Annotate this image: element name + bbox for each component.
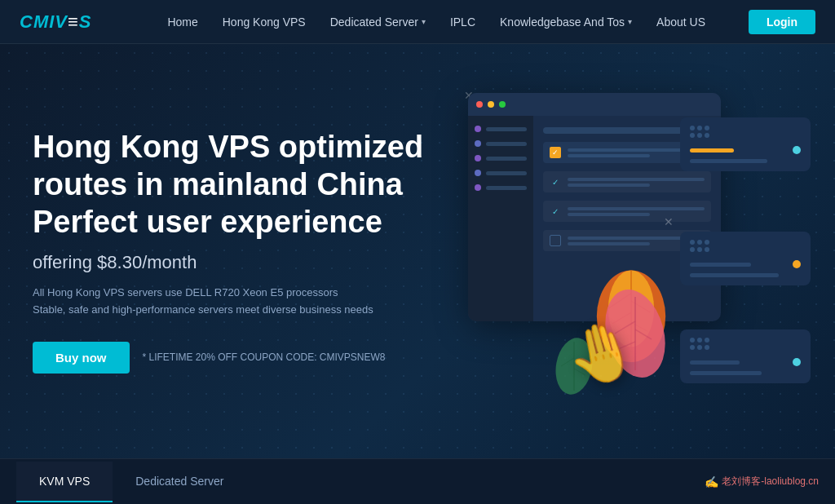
status-dot: [793, 260, 801, 268]
nav-links: Home Hong Kong VPS Dedicated Server ▾ IP…: [125, 15, 749, 29]
panel-header: [690, 338, 801, 350]
panel-row: [690, 358, 801, 366]
panel-header: [690, 240, 801, 252]
server-panel-2: [680, 232, 811, 285]
hero-title: Hong Kong VPS optimized routes in mainla…: [33, 129, 424, 241]
nav-link-dedicated-server[interactable]: Dedicated Server ▾: [330, 15, 426, 29]
panel-bar: [690, 360, 740, 365]
panel-bar-yellow: [690, 148, 734, 153]
panel-row: [690, 260, 801, 268]
sidebar-item: [475, 155, 527, 161]
panel-row: [690, 159, 801, 163]
watermark-text: 老刘博客-laoliublog.cn: [722, 475, 819, 489]
logo[interactable]: CMIV≡S: [20, 11, 92, 33]
dot-grid: [690, 338, 709, 350]
blog-icon: ✍: [705, 475, 718, 489]
sidebar-dot: [475, 155, 481, 161]
dot-grid: [690, 126, 709, 138]
grid-dot: [705, 345, 709, 350]
coupon-text: * LIFETIME 20% OFF COUPON CODE: CMIVPSNE…: [143, 351, 386, 363]
sidebar-line: [486, 186, 527, 190]
checkmark-icon: ✓: [550, 206, 561, 217]
grid-dot: [697, 247, 702, 252]
dot-grid: [690, 240, 709, 252]
dot-green: [499, 101, 506, 108]
nav-link-iplc[interactable]: IPLC: [450, 15, 475, 29]
grid-dot: [690, 240, 695, 245]
grid-dot: [705, 240, 709, 245]
brand-name: CMIV≡S: [20, 11, 92, 33]
grid-dot: [690, 345, 695, 350]
sidebar-dot: [475, 170, 481, 176]
close-icon-2: ✕: [664, 215, 674, 228]
grid-dot: [697, 345, 702, 350]
row-line: [568, 207, 705, 210]
sidebar-line: [486, 171, 527, 175]
nav-link-knowledgebase[interactable]: Knowledgebase And Tos ▾: [500, 15, 632, 29]
grid-dot: [705, 126, 709, 130]
panel-row: [690, 371, 801, 375]
panel-bar: [690, 263, 751, 267]
grid-dot: [697, 133, 702, 138]
grid-dot: [697, 338, 702, 343]
window-titlebar: [468, 93, 721, 116]
bottom-tabs: KVM VPS Dedicated Server ✍ 老刘博客-laoliubl…: [0, 458, 835, 504]
panel-row: [690, 273, 801, 277]
checkbox-checked: ✓: [550, 147, 561, 158]
row-line-short: [568, 183, 650, 187]
chevron-down-icon: ▾: [628, 17, 632, 26]
nav-link-home[interactable]: Home: [167, 15, 197, 29]
server-panel-1: [680, 117, 811, 171]
grid-dot: [705, 247, 709, 252]
chevron-down-icon: ▾: [422, 17, 426, 26]
status-dot: [793, 146, 801, 154]
panel-bar: [690, 371, 762, 375]
hero-price: offering $8.30/month: [33, 252, 424, 273]
grid-dot: [690, 126, 695, 130]
sidebar-dot: [475, 126, 481, 132]
row-line: [568, 178, 705, 181]
grid-dot: [697, 126, 702, 130]
illustration-sidebar: [468, 116, 533, 321]
grid-dot: [690, 247, 695, 252]
buy-now-button[interactable]: Buy now: [33, 342, 130, 374]
grid-dot: [697, 240, 702, 245]
panel-bar: [690, 159, 767, 163]
grid-dot: [690, 133, 695, 138]
hero-actions: Buy now * LIFETIME 20% OFF COUPON CODE: …: [33, 342, 424, 374]
sidebar-line: [486, 157, 527, 161]
nav-link-hk-vps[interactable]: Hong Kong VPS: [223, 15, 306, 29]
tab-dedicated-server[interactable]: Dedicated Server: [113, 462, 246, 502]
panel-bar: [690, 273, 779, 277]
row-lines: [568, 207, 705, 216]
hero-description: All Hong Kong VPS servers use DELL R720 …: [33, 285, 424, 319]
login-button[interactable]: Login: [749, 10, 815, 34]
row-lines: [568, 178, 705, 187]
grid-dot: [690, 338, 695, 343]
hero-content: Hong Kong VPS optimized routes in mainla…: [0, 129, 424, 373]
navbar: CMIV≡S Home Hong Kong VPS Dedicated Serv…: [0, 0, 835, 44]
dot-yellow: [488, 101, 494, 108]
sidebar-line: [486, 142, 527, 146]
sidebar-item: [475, 170, 527, 176]
hero-section: Hong Kong VPS optimized routes in mainla…: [0, 44, 835, 458]
dot-red: [476, 101, 483, 108]
status-dot: [793, 358, 801, 366]
sidebar-line: [486, 127, 527, 131]
sidebar-item: [475, 184, 527, 191]
tab-kvm-vps[interactable]: KVM VPS: [16, 462, 113, 502]
sidebar-dot: [475, 184, 481, 191]
row-line-short: [568, 154, 650, 157]
illustration-row: ✓: [543, 171, 711, 192]
row-line-short: [568, 213, 650, 216]
hero-illustration: ✕: [419, 69, 811, 411]
nav-link-about[interactable]: About US: [656, 15, 705, 29]
sidebar-item: [475, 140, 527, 147]
panel-row: [690, 146, 801, 154]
grid-dot: [705, 133, 709, 138]
checkmark-icon: ✓: [550, 176, 561, 188]
sidebar-item: [475, 126, 527, 132]
server-panel-3: [680, 329, 811, 383]
grid-dot: [705, 338, 709, 343]
illustration-row: ✓: [543, 201, 711, 222]
